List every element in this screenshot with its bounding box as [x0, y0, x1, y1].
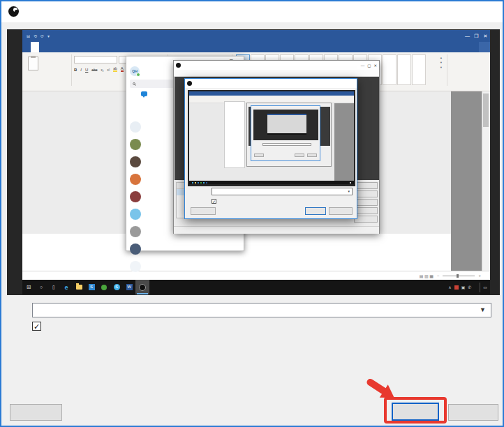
font-color-button[interactable]: A	[121, 66, 124, 72]
display-dropdown[interactable]: ▼	[32, 303, 491, 317]
avatar	[130, 139, 141, 150]
avatar	[130, 156, 141, 167]
task-view-icon[interactable]: ▯	[47, 280, 60, 294]
font-format-row: B I U abc x₂ x² ab A	[74, 66, 124, 72]
cancel-button[interactable]	[448, 404, 498, 421]
green-app-icon[interactable]	[98, 280, 110, 294]
tab-view[interactable]	[89, 42, 98, 52]
word-quick-access-toolbar: ⊟⟲⟳▾	[27, 33, 50, 38]
subscript-button[interactable]: x₂	[101, 68, 103, 72]
italic-button[interactable]: I	[80, 68, 82, 72]
avatar	[130, 226, 141, 237]
sign-in-link[interactable]	[470, 42, 479, 52]
windows-taskbar: ⊞ ○ ▯ e S S W ∧ ▣ ✆ ▭	[22, 280, 490, 294]
bold-button[interactable]: B	[74, 68, 77, 72]
tab-insert[interactable]	[39, 42, 47, 52]
mini-recursive-desktop	[267, 114, 306, 135]
mini-preview	[253, 110, 318, 140]
tray-expand-icon[interactable]: ∧	[448, 285, 451, 290]
obs-taskbar-icon-active[interactable]	[135, 280, 149, 294]
word-titlebar: ⊟⟲⟳▾ —❐✕	[22, 30, 490, 42]
action-center-icon[interactable]: ▭	[483, 285, 487, 290]
scrollbar-thumb[interactable]	[483, 93, 489, 127]
mini-taskbar-icon	[206, 182, 207, 183]
skype-circle-icon: S	[114, 284, 120, 290]
tab-home[interactable]	[31, 42, 39, 52]
paste-icon[interactable]	[28, 57, 38, 70]
minimize-icon: —	[463, 33, 472, 39]
contact-row[interactable]	[130, 240, 242, 257]
underline-button[interactable]: U	[85, 68, 88, 72]
edge-icon[interactable]: e	[60, 280, 73, 294]
nested-dialog-titlebar	[185, 79, 357, 88]
close-icon: ✕	[373, 63, 377, 68]
maximize-icon: ▢	[367, 63, 371, 68]
zoom-slider[interactable]	[443, 276, 475, 276]
tab-review[interactable]	[81, 42, 89, 52]
obs-window-controls: —▢✕	[361, 63, 377, 68]
nested-defaults-button[interactable]	[191, 207, 216, 215]
exit-button[interactable]	[354, 216, 378, 223]
contact-row[interactable]	[130, 257, 242, 275]
skype-icon[interactable]: S	[110, 280, 123, 294]
nested-ok-button[interactable]	[305, 207, 326, 215]
defaults-button[interactable]	[10, 404, 62, 421]
capture-cursor-checkbox[interactable]: ✓	[32, 322, 41, 331]
styles-gallery-scroll[interactable]: ▴▾▾	[438, 55, 444, 70]
start-streaming-button[interactable]	[354, 182, 378, 189]
mini-ok-button	[295, 153, 304, 157]
help-button[interactable]	[459, 1, 479, 22]
view-mode-icons[interactable]: ▤ ▥ ▦	[420, 274, 433, 278]
tray-network-icon[interactable]: ▣	[461, 285, 466, 290]
share-button[interactable]	[479, 42, 490, 52]
group-divider	[447, 54, 447, 86]
avatar	[130, 244, 141, 255]
mini-desktop	[189, 91, 354, 184]
settings-button[interactable]	[354, 207, 378, 214]
avatar	[130, 191, 141, 202]
start-button[interactable]: ⊞	[22, 280, 35, 294]
style-chip[interactable]	[412, 54, 426, 85]
studio-mode-button[interactable]	[354, 199, 378, 206]
nested-capture-cursor-checkbox[interactable]: ✓	[212, 199, 216, 204]
word-icon[interactable]: W	[123, 280, 135, 294]
tab-foxit[interactable]	[98, 42, 106, 52]
close-button[interactable]	[483, 1, 503, 22]
file-explorer-icon[interactable]	[73, 280, 85, 294]
properties-dialog: ⊟⟲⟳▾ —❐✕	[0, 0, 504, 427]
chevron-down-icon: ▼	[480, 304, 486, 317]
strikethrough-button[interactable]: abc	[91, 68, 97, 72]
nested-cancel-button[interactable]	[329, 207, 353, 215]
style-chip[interactable]	[397, 54, 411, 85]
avatar	[130, 121, 141, 133]
zoom-out-icon[interactable]: −	[437, 274, 440, 278]
captured-desktop: ⊟⟲⟳▾ —❐✕	[22, 30, 490, 294]
tray-volume-icon[interactable]: ✆	[468, 285, 471, 290]
style-chip[interactable]	[383, 54, 396, 85]
obs-logo-icon	[176, 63, 181, 68]
mini-taskbar	[189, 181, 354, 184]
font-name-combo[interactable]	[74, 56, 117, 63]
chevron-down-icon: ▾	[348, 188, 350, 195]
skype-tile-icon[interactable]: S	[85, 280, 98, 294]
nested-source-preview	[188, 90, 355, 186]
word-status-bar: ▤ ▥ ▦ − +	[22, 271, 490, 280]
mini-taskbar-icon	[200, 182, 202, 183]
tab-file[interactable]	[22, 42, 31, 52]
superscript-button[interactable]: x²	[107, 68, 110, 72]
zoom-in-icon[interactable]: +	[478, 274, 481, 278]
tray-red-icon[interactable]	[454, 285, 459, 290]
mini-nested-dialog	[251, 105, 320, 161]
start-recording-button[interactable]	[354, 190, 378, 197]
cortana-icon[interactable]: ○	[35, 280, 47, 294]
folder-icon	[76, 285, 82, 290]
skype-profile[interactable]: QH	[130, 66, 142, 76]
nested-display-dropdown[interactable]: ▾	[212, 188, 353, 195]
tab-layout[interactable]	[56, 42, 64, 52]
highlight-color-button[interactable]: ab	[113, 66, 117, 72]
tab-mailings[interactable]	[73, 42, 81, 52]
obs-titlebar: —▢✕	[174, 61, 379, 70]
tab-design[interactable]	[47, 42, 56, 52]
tab-references[interactable]	[64, 42, 73, 52]
tab-chats[interactable]	[130, 91, 158, 99]
